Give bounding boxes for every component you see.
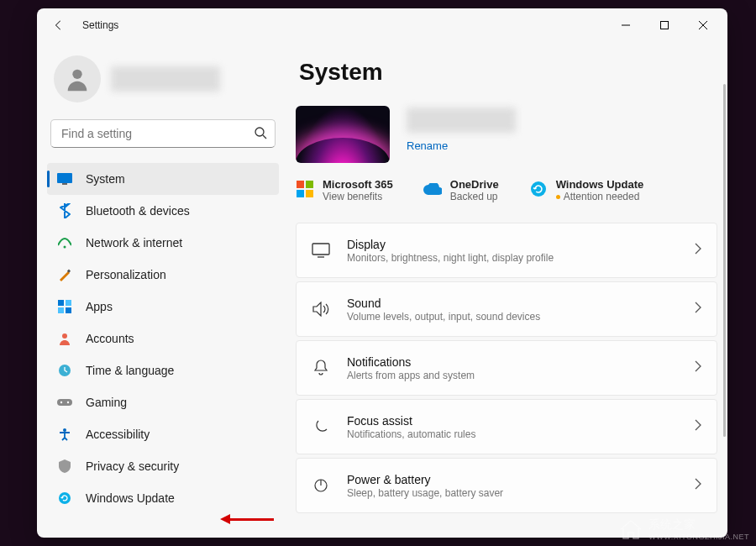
sidebar-item-label: Accessibility — [86, 428, 150, 441]
profile-name — [111, 66, 220, 92]
status-microsoft365[interactable]: Microsoft 365 View benefits — [296, 178, 393, 202]
sidebar-item-label: Accounts — [86, 332, 134, 345]
svg-rect-1 — [661, 22, 669, 29]
card-title: Sound — [347, 297, 678, 310]
status-sub: Attention needed — [556, 191, 644, 202]
time-icon — [57, 363, 72, 378]
chevron-right-icon — [695, 478, 701, 493]
svg-point-19 — [59, 492, 71, 504]
svg-point-17 — [67, 402, 69, 403]
card-sub: Volume levels, output, input, sound devi… — [347, 311, 678, 323]
svg-line-4 — [263, 135, 266, 139]
profile-section[interactable] — [47, 42, 279, 119]
device-name — [407, 108, 516, 133]
card-sound[interactable]: SoundVolume levels, output, input, sound… — [296, 281, 717, 337]
sidebar-item-accessibility[interactable]: Accessibility — [47, 418, 279, 450]
sidebar-item-label: Time & language — [86, 364, 174, 377]
sidebar-item-windows-update[interactable]: Windows Update — [47, 482, 279, 514]
sidebar-item-label: Gaming — [86, 396, 127, 409]
status-windows-update[interactable]: Windows Update Attention needed — [529, 178, 644, 202]
svg-point-7 — [64, 246, 66, 249]
card-display[interactable]: DisplayMonitors, brightness, night light… — [296, 223, 717, 278]
svg-rect-21 — [312, 244, 329, 255]
status-sub: Backed up — [450, 191, 499, 202]
app-title: Settings — [82, 19, 118, 31]
sidebar-item-label: System — [86, 172, 125, 186]
svg-rect-5 — [57, 173, 72, 183]
card-sub: Alerts from apps and system — [347, 370, 678, 381]
wallpaper-preview[interactable] — [296, 106, 390, 163]
personalization-icon — [57, 267, 72, 282]
chevron-right-icon — [695, 243, 701, 258]
onedrive-icon — [423, 180, 442, 198]
status-title: OneDrive — [450, 178, 499, 191]
scrollbar[interactable] — [723, 84, 726, 521]
card-title: Display — [347, 238, 678, 251]
search-input[interactable] — [50, 119, 276, 148]
accounts-icon — [57, 331, 72, 346]
svg-point-3 — [255, 128, 264, 136]
card-title: Focus assist — [347, 414, 678, 428]
avatar — [54, 55, 101, 102]
search-box[interactable] — [50, 119, 276, 148]
gaming-icon — [57, 395, 72, 410]
sidebar-item-label: Network & internet — [86, 236, 182, 249]
sidebar-item-system[interactable]: System — [47, 163, 279, 195]
sidebar-item-bluetooth[interactable]: Bluetooth & devices — [47, 195, 279, 227]
titlebar: Settings — [37, 8, 727, 42]
svg-point-20 — [531, 181, 546, 197]
card-sub: Sleep, battery usage, battery saver — [347, 487, 678, 499]
nav-list: System Bluetooth & devices Network & int… — [47, 163, 279, 514]
search-icon — [254, 126, 267, 139]
card-title: Power & battery — [347, 473, 678, 486]
svg-point-13 — [62, 333, 67, 339]
card-title: Notifications — [347, 355, 678, 369]
notifications-icon — [312, 359, 330, 377]
sidebar-item-time[interactable]: Time & language — [47, 354, 279, 386]
sidebar-item-privacy[interactable]: Privacy & security — [47, 450, 279, 482]
minimize-button[interactable] — [606, 12, 645, 39]
sidebar-item-label: Personalization — [86, 268, 166, 281]
sidebar-item-label: Windows Update — [86, 491, 175, 505]
maximize-button[interactable] — [645, 12, 684, 39]
sidebar-item-personalization[interactable]: Personalization — [47, 259, 279, 291]
network-icon — [57, 235, 72, 250]
attention-dot-icon — [556, 195, 560, 199]
accessibility-icon — [57, 427, 72, 442]
settings-list: DisplayMonitors, brightness, night light… — [296, 223, 717, 513]
window-controls — [606, 12, 722, 39]
card-focus-assist[interactable]: Focus assistNotifications, automatic rul… — [296, 399, 717, 454]
sound-icon — [312, 300, 330, 318]
watermark-text: 系统之家 — [648, 517, 749, 533]
svg-rect-15 — [57, 399, 72, 406]
sidebar-item-network[interactable]: Network & internet — [47, 227, 279, 259]
svg-point-16 — [60, 402, 62, 403]
update-icon — [57, 491, 72, 506]
power-icon — [312, 476, 330, 495]
sidebar-item-gaming[interactable]: Gaming — [47, 386, 279, 418]
chevron-right-icon — [695, 419, 701, 434]
sidebar-item-apps[interactable]: Apps — [47, 291, 279, 323]
svg-point-2 — [72, 70, 81, 79]
status-onedrive[interactable]: OneDrive Backed up — [423, 178, 499, 202]
card-sub: Notifications, automatic rules — [347, 428, 678, 440]
watermark-url: WWW.XITONGZHIJIA.NET — [648, 533, 749, 541]
ms365-icon — [296, 180, 314, 198]
rename-link[interactable]: Rename — [407, 139, 448, 152]
watermark: 系统之家 WWW.XITONGZHIJIA.NET — [618, 517, 749, 541]
card-power-battery[interactable]: Power & batterySleep, battery usage, bat… — [296, 458, 717, 513]
card-notifications[interactable]: NotificationsAlerts from apps and system — [296, 340, 717, 396]
svg-rect-6 — [62, 183, 67, 185]
back-button[interactable] — [50, 17, 67, 34]
svg-rect-9 — [58, 300, 64, 306]
sidebar-item-accounts[interactable]: Accounts — [47, 323, 279, 354]
close-button[interactable] — [684, 12, 722, 39]
focus-icon — [312, 417, 330, 436]
sidebar-item-label: Privacy & security — [86, 459, 179, 473]
status-sub: View benefits — [323, 191, 393, 202]
sidebar-item-label: Apps — [86, 300, 113, 313]
sidebar-item-label: Bluetooth & devices — [86, 204, 190, 218]
main-panel: System Rename Microsoft 365 View benefit… — [289, 42, 727, 538]
bluetooth-icon — [57, 203, 72, 218]
status-title: Windows Update — [556, 178, 644, 191]
